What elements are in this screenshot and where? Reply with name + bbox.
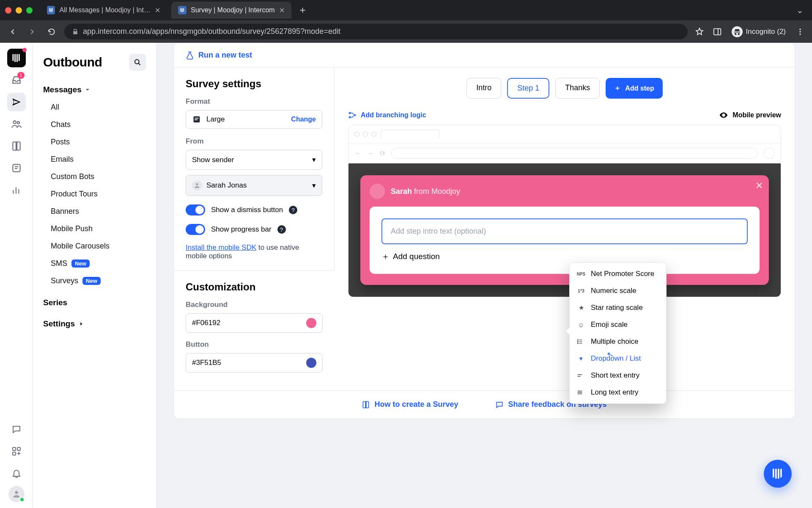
window-close[interactable] [5, 7, 11, 14]
dropdown-icon: ▾ [576, 355, 586, 362]
question-type-menu[interactable]: NPS Net Promoter Score 1²3 Numeric scale… [569, 262, 667, 404]
q-type-long-text[interactable]: Long text entry [570, 384, 666, 401]
sidebar-item-posts[interactable]: Posts [36, 133, 153, 151]
mobile-preview-toggle[interactable]: Mobile preview [719, 110, 781, 120]
dismiss-toggle[interactable] [186, 204, 205, 215]
sidebar-item-label: All [51, 103, 59, 112]
progress-toggle[interactable] [186, 224, 205, 235]
rail-avatar[interactable] [8, 486, 25, 502]
panel-icon[interactable] [711, 26, 723, 38]
rail-notifications[interactable] [7, 464, 26, 483]
new-pill: New [71, 260, 90, 268]
run-test-link[interactable]: Run a new test [186, 51, 252, 60]
lock-icon [72, 28, 79, 35]
svg-rect-6 [182, 8, 183, 12]
branching-label: Add branching logic [361, 111, 426, 119]
rail-contacts[interactable] [7, 115, 26, 133]
rail-apps[interactable] [7, 442, 26, 461]
sidebar-section-messages[interactable]: Messages [33, 81, 156, 99]
mock-dot-icon [371, 132, 376, 137]
sender-select[interactable]: Sarah Jonas ▾ [186, 175, 322, 196]
new-tab-button[interactable]: + [296, 4, 310, 16]
q-type-star[interactable]: ★ Star rating scale [570, 299, 666, 316]
q-type-emoji[interactable]: ☺ Emoji scale [570, 316, 666, 333]
add-question-button[interactable]: ＋ Add question [381, 251, 748, 262]
tab-close-icon[interactable]: ✕ [155, 6, 160, 14]
rail-outbound[interactable] [7, 93, 26, 111]
window-minimize[interactable] [16, 7, 22, 14]
sender-name: Sarah [391, 187, 412, 196]
survey-close-icon[interactable]: ✕ [755, 180, 763, 191]
help-icon[interactable]: ? [289, 206, 297, 214]
rail-messenger[interactable] [7, 420, 26, 439]
messenger-fab[interactable] [764, 460, 792, 488]
browser-tab-1[interactable]: Survey | Moodjoy | Intercom ✕ [171, 2, 291, 19]
browser-tab-title: All Messages | Moodjoy | Interc [59, 6, 151, 14]
rail-inbox[interactable]: 1 [7, 71, 26, 89]
intercom-logo[interactable] [7, 49, 26, 67]
list-icon [576, 338, 586, 345]
svg-point-18 [17, 121, 19, 124]
messenger-icon [771, 467, 784, 480]
sidebar-series[interactable]: Series [33, 292, 156, 313]
sidebar-item-custom-bots[interactable]: Custom Bots [36, 168, 153, 185]
mock-tab [381, 130, 440, 139]
sidebar-item-surveys[interactable]: Surveys New [36, 272, 153, 290]
sidebar-settings[interactable]: Settings [33, 313, 156, 334]
q-type-numeric[interactable]: 1²3 Numeric scale [570, 282, 666, 299]
q-type-multiple-choice[interactable]: Multiple choice [570, 333, 666, 350]
window-zoom[interactable] [26, 7, 33, 14]
step-thanks[interactable]: Thanks [555, 78, 600, 99]
long-text-icon [576, 389, 586, 396]
rail-articles[interactable] [7, 137, 26, 155]
star-icon[interactable] [694, 26, 705, 38]
sidebar-item-mobile-push[interactable]: Mobile Push [36, 220, 153, 237]
q-type-label: Star rating scale [591, 304, 643, 312]
rail-operator[interactable] [7, 159, 26, 177]
step-intro-input[interactable]: Add step intro text (optional) [381, 218, 748, 244]
inbox-badge: 1 [17, 72, 24, 79]
q-type-dropdown[interactable]: ▾ Dropdown / List ↖ [570, 350, 666, 367]
svg-rect-2 [51, 8, 52, 12]
howto-link[interactable]: How to create a Survey [362, 400, 458, 409]
tab-close-icon[interactable]: ✕ [279, 6, 285, 14]
sidebar-item-mobile-carousels[interactable]: Mobile Carousels [36, 237, 153, 255]
sidebar-item-sms[interactable]: SMS New [36, 255, 153, 272]
step-intro[interactable]: Intro [466, 78, 501, 99]
star-icon: ★ [576, 304, 586, 312]
incognito-indicator[interactable]: Incognito (2) [729, 26, 789, 37]
emoji-icon: ☺ [576, 321, 586, 329]
url-field[interactable]: app.intercom.com/a/apps/nnsgmgob/outboun… [64, 24, 688, 39]
nav-back-icon[interactable] [6, 25, 19, 39]
color-swatch-icon [306, 318, 316, 328]
browser-menu-icon[interactable] [794, 26, 806, 38]
sidebar-item-chats[interactable]: Chats [36, 116, 153, 133]
background-color-field[interactable]: #F06192 [186, 313, 323, 333]
button-color-field[interactable]: #3F51B5 [186, 353, 323, 373]
sidebar-item-emails[interactable]: Emails [36, 151, 153, 168]
q-type-short-text[interactable]: Short text entry [570, 367, 666, 384]
show-sender-select[interactable]: Show sender ▾ [186, 150, 322, 170]
step-1[interactable]: Step 1 [507, 78, 549, 99]
step-label: Intro [476, 83, 491, 92]
q-type-label: Long text entry [591, 388, 638, 397]
svg-rect-34 [195, 119, 197, 120]
add-branching-link[interactable]: Add branching logic [348, 111, 426, 119]
change-format-link[interactable]: Change [291, 116, 316, 123]
sidebar-item-banners[interactable]: Banners [36, 203, 153, 220]
svg-point-17 [13, 121, 16, 124]
rail-reports[interactable] [7, 181, 26, 199]
sidebar-item-all[interactable]: All [36, 99, 153, 116]
q-type-label: Dropdown / List [591, 354, 641, 363]
add-step-button[interactable]: ＋ Add step [606, 78, 662, 99]
nav-forward-icon[interactable] [25, 25, 39, 39]
q-type-nps[interactable]: NPS Net Promoter Score [570, 265, 666, 282]
nav-reload-icon[interactable] [45, 25, 58, 39]
svg-point-11 [799, 31, 801, 32]
search-button[interactable] [129, 54, 146, 71]
tab-overflow-icon[interactable]: ⌄ [793, 5, 807, 15]
install-sdk-link[interactable]: Install the mobile SDK [186, 243, 256, 251]
browser-tab-0[interactable]: All Messages | Moodjoy | Interc ✕ [40, 2, 167, 19]
help-icon[interactable]: ? [277, 225, 286, 234]
sidebar-item-product-tours[interactable]: Product Tours [36, 185, 153, 203]
